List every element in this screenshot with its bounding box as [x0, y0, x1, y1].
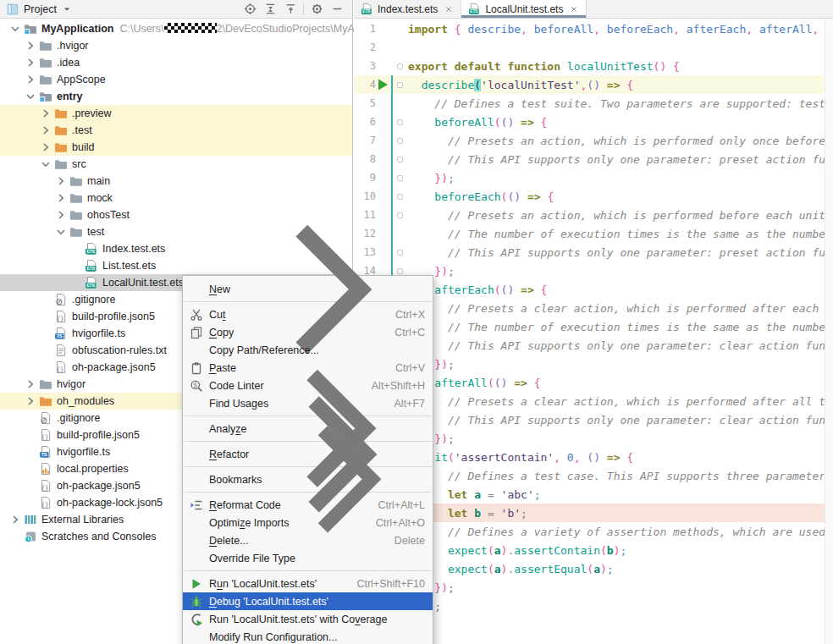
- chevron-collapsed-icon[interactable]: [52, 208, 69, 222]
- gear-icon[interactable]: [306, 1, 327, 18]
- token: }): [434, 358, 448, 371]
- close-icon[interactable]: [444, 4, 454, 14]
- code-line[interactable]: 4 describe('localUnitTest',() => {: [354, 75, 825, 94]
- fold-marker-icon[interactable]: [391, 57, 408, 75]
- chevron-collapsed-icon[interactable]: [22, 56, 39, 69]
- menu-item-modify-run-configuration[interactable]: Modify Run Configuration...: [183, 628, 433, 644]
- tree-item-label: hvigorfile.ts: [57, 446, 110, 458]
- menu-item-label: Modify Run Configuration...: [209, 631, 337, 643]
- fold-marker-icon[interactable]: [391, 168, 408, 187]
- code-text: expect(a).assertEqual(a);: [408, 563, 825, 575]
- properties-file-icon: [39, 462, 52, 476]
- fold-marker-icon[interactable]: [391, 113, 408, 131]
- code-line[interactable]: 1import { describe, beforeAll, beforeEac…: [354, 19, 825, 38]
- token: it: [434, 451, 448, 464]
- tree-item-entry[interactable]: entry: [0, 88, 352, 105]
- token: {: [626, 79, 633, 91]
- locate-file-icon[interactable]: [240, 1, 260, 18]
- token: assertEqual: [514, 563, 587, 575]
- code-line[interactable]: 5 // Defines a test suite. Two parameter…: [354, 94, 825, 113]
- tree-item-appscope[interactable]: AppScope: [0, 71, 352, 88]
- code-text: // This API supports only one parameter:…: [408, 414, 825, 427]
- code-text: });: [408, 265, 825, 278]
- chevron-collapsed-icon[interactable]: [7, 513, 24, 526]
- code-line[interactable]: 7 // Presets an action, which is perform…: [354, 131, 825, 150]
- tree-item-src[interactable]: src: [0, 156, 352, 173]
- run-test-icon[interactable]: [376, 78, 389, 91]
- token: ;: [448, 265, 455, 278]
- chevron-down-icon[interactable]: [63, 3, 71, 15]
- chevron-collapsed-icon[interactable]: [22, 73, 39, 86]
- project-panel-title[interactable]: Project: [24, 3, 57, 15]
- token: // The number of execution times is the …: [448, 321, 825, 333]
- code-line[interactable]: 8 // This API supports only one paramete…: [354, 150, 825, 168]
- tree-item-label: test: [87, 226, 104, 238]
- tab-index-test-ets[interactable]: ETSIndex.test.ets: [354, 0, 461, 18]
- token: 0: [567, 451, 574, 464]
- menu-item-shortcut: Ctrl+C: [394, 327, 425, 339]
- chevron-collapsed-icon[interactable]: [37, 107, 54, 120]
- menu-item-shortcut: Delete: [394, 535, 425, 547]
- token: a: [593, 563, 600, 575]
- chevron-expanded-icon[interactable]: [37, 157, 54, 171]
- folder-icon: [39, 73, 52, 86]
- close-icon[interactable]: [569, 4, 579, 14]
- chevron-collapsed-icon[interactable]: [37, 140, 54, 154]
- token: }): [434, 265, 448, 278]
- chevron-collapsed-icon[interactable]: [22, 39, 39, 52]
- chevron-collapsed-icon[interactable]: [22, 377, 39, 391]
- menu-item-new[interactable]: New: [183, 280, 433, 298]
- fold-marker-icon[interactable]: [391, 75, 408, 94]
- svg-text:ETS: ETS: [471, 9, 478, 14]
- chevron-collapsed-icon[interactable]: [22, 394, 39, 408]
- code-line[interactable]: 6 beforeAll(() => {: [354, 113, 825, 131]
- editor-scrollbar[interactable]: [825, 19, 833, 644]
- chevron-collapsed-icon[interactable]: [52, 174, 69, 188]
- expand-all-icon[interactable]: [260, 1, 280, 18]
- collapse-all-icon[interactable]: [280, 1, 301, 18]
- tree-item-label: .preview: [72, 107, 112, 119]
- tree-item-label: .hvigor: [57, 40, 89, 52]
- menu-item-bookmarks[interactable]: Bookmarks: [183, 471, 433, 488]
- tab-localunit-test-ets[interactable]: ETSLocalUnit.test.ets: [461, 0, 587, 18]
- editor-tab-bar: ETSIndex.test.etsETSLocalUnit.test.ets: [354, 0, 833, 19]
- code-text: // Presets an action, which is performed…: [408, 135, 825, 147]
- tree-item-test[interactable]: .test: [0, 122, 352, 139]
- menu-item-run-localunit-test-ets-with-coverage[interactable]: Run 'LocalUnit.test.ets' with Coverage: [183, 610, 433, 628]
- menu-item-shortcut: Ctrl+Alt+L: [378, 499, 425, 511]
- code-line[interactable]: 9 });: [354, 168, 825, 187]
- tree-item-preview[interactable]: .preview: [0, 105, 352, 122]
- tree-item-idea[interactable]: .idea: [0, 54, 352, 71]
- chevron-expanded-icon[interactable]: [22, 90, 39, 103]
- chevron-collapsed-icon[interactable]: [37, 124, 54, 137]
- fold-marker-icon[interactable]: [391, 131, 408, 150]
- fold-marker-icon[interactable]: [391, 150, 408, 168]
- minimize-icon[interactable]: [327, 1, 347, 18]
- code-line[interactable]: 2: [354, 38, 825, 57]
- menu-icon-spacer: [189, 630, 204, 644]
- token: expect: [448, 544, 488, 557]
- menu-item-run-localunit-test-ets[interactable]: Run 'LocalUnit.test.ets'Ctrl+Shift+F10: [183, 575, 433, 592]
- tree-item-label: Scratches and Consoles: [41, 531, 157, 542]
- chevron-expanded-icon[interactable]: [7, 22, 24, 36]
- code-text: // Defines a variety of assertion method…: [408, 526, 825, 538]
- token: [408, 153, 448, 166]
- tree-item-myapplication[interactable]: MyApplicationC:\Users\2\DevEcoStudioProj…: [0, 20, 352, 37]
- tree-item-label: External Libraries: [41, 514, 124, 526]
- token: beforeEach: [607, 23, 673, 36]
- code-line[interactable]: 3export default function localUnitTest()…: [354, 57, 825, 75]
- menu-item-debug-localunit-test-ets[interactable]: Debug 'LocalUnit.test.ets': [183, 592, 433, 610]
- tree-item-build[interactable]: build: [0, 139, 352, 156]
- token: (): [501, 116, 515, 129]
- chevron-collapsed-icon[interactable]: [52, 191, 69, 205]
- token: export default function: [408, 60, 560, 73]
- tree-item-main[interactable]: main: [0, 173, 352, 190]
- fold-gutter: [391, 38, 408, 57]
- svg-text:TS: TS: [57, 333, 63, 339]
- token: ;: [620, 544, 626, 557]
- tree-item-hvigor[interactable]: .hvigor: [0, 37, 352, 54]
- menu-separator: [184, 570, 432, 571]
- chevron-expanded-icon[interactable]: [52, 225, 69, 239]
- folder-icon: [69, 225, 83, 239]
- tree-item-label: ohosTest: [87, 209, 130, 221]
